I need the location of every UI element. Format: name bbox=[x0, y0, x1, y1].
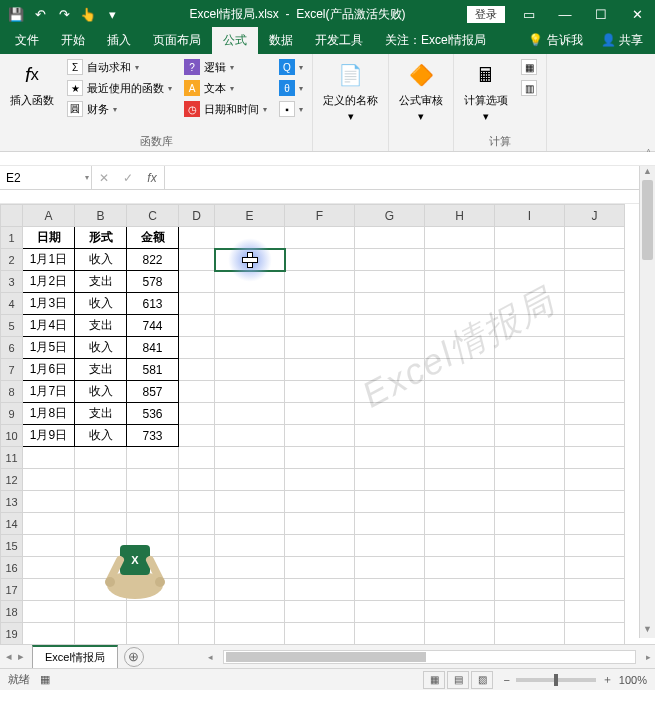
cell-D9[interactable] bbox=[179, 403, 215, 425]
cell-D6[interactable] bbox=[179, 337, 215, 359]
cell-F5[interactable] bbox=[285, 315, 355, 337]
cell-H6[interactable] bbox=[425, 337, 495, 359]
tab-follow[interactable]: 关注：Excel情报局 bbox=[374, 27, 497, 54]
cell-I6[interactable] bbox=[495, 337, 565, 359]
cell-G19[interactable] bbox=[355, 623, 425, 645]
cell-I7[interactable] bbox=[495, 359, 565, 381]
cell-D3[interactable] bbox=[179, 271, 215, 293]
col-header-J[interactable]: J bbox=[565, 205, 625, 227]
cell-F9[interactable] bbox=[285, 403, 355, 425]
cell-C18[interactable] bbox=[127, 601, 179, 623]
tab-insert[interactable]: 插入 bbox=[96, 27, 142, 54]
cell-C9[interactable]: 536 bbox=[127, 403, 179, 425]
col-header-A[interactable]: A bbox=[23, 205, 75, 227]
insert-function-button[interactable]: fx 插入函数 bbox=[6, 57, 58, 110]
col-header-I[interactable]: I bbox=[495, 205, 565, 227]
cell-J17[interactable] bbox=[565, 579, 625, 601]
cell-B16[interactable] bbox=[75, 557, 127, 579]
close-icon[interactable]: ✕ bbox=[619, 0, 655, 28]
cell-J11[interactable] bbox=[565, 447, 625, 469]
fx-button-icon[interactable]: fx bbox=[140, 171, 164, 185]
cell-A5[interactable]: 1月4日 bbox=[23, 315, 75, 337]
vertical-scrollbar[interactable]: ▲ ▼ bbox=[639, 166, 655, 638]
cell-H18[interactable] bbox=[425, 601, 495, 623]
cell-I13[interactable] bbox=[495, 491, 565, 513]
cell-A15[interactable] bbox=[23, 535, 75, 557]
cell-E14[interactable] bbox=[215, 513, 285, 535]
redo-icon[interactable]: ↷ bbox=[54, 4, 74, 24]
cell-I10[interactable] bbox=[495, 425, 565, 447]
cell-A4[interactable]: 1月3日 bbox=[23, 293, 75, 315]
zoom-in-icon[interactable]: ＋ bbox=[602, 672, 613, 687]
cell-B13[interactable] bbox=[75, 491, 127, 513]
row-header-10[interactable]: 10 bbox=[1, 425, 23, 447]
cell-B9[interactable]: 支出 bbox=[75, 403, 127, 425]
cell-G2[interactable] bbox=[355, 249, 425, 271]
cell-J9[interactable] bbox=[565, 403, 625, 425]
cell-H11[interactable] bbox=[425, 447, 495, 469]
cell-F18[interactable] bbox=[285, 601, 355, 623]
horizontal-scrollbar[interactable] bbox=[223, 650, 636, 664]
cell-E17[interactable] bbox=[215, 579, 285, 601]
cell-H19[interactable] bbox=[425, 623, 495, 645]
tab-home[interactable]: 开始 bbox=[50, 27, 96, 54]
cell-G17[interactable] bbox=[355, 579, 425, 601]
cell-H1[interactable] bbox=[425, 227, 495, 249]
cell-H2[interactable] bbox=[425, 249, 495, 271]
cell-D19[interactable] bbox=[179, 623, 215, 645]
cell-F7[interactable] bbox=[285, 359, 355, 381]
cell-H3[interactable] bbox=[425, 271, 495, 293]
cell-B10[interactable]: 收入 bbox=[75, 425, 127, 447]
col-header-G[interactable]: G bbox=[355, 205, 425, 227]
cell-H9[interactable] bbox=[425, 403, 495, 425]
col-header-F[interactable]: F bbox=[285, 205, 355, 227]
sheet-tab[interactable]: Excel情报局 bbox=[32, 645, 118, 668]
calc-now-button[interactable]: ▦ bbox=[518, 57, 540, 77]
cell-H5[interactable] bbox=[425, 315, 495, 337]
tab-file[interactable]: 文件 bbox=[4, 27, 50, 54]
scroll-down-icon[interactable]: ▼ bbox=[640, 624, 655, 638]
cell-C11[interactable] bbox=[127, 447, 179, 469]
cell-E15[interactable] bbox=[215, 535, 285, 557]
cell-F16[interactable] bbox=[285, 557, 355, 579]
cell-G18[interactable] bbox=[355, 601, 425, 623]
cell-H12[interactable] bbox=[425, 469, 495, 491]
cell-I15[interactable] bbox=[495, 535, 565, 557]
accept-formula-icon[interactable]: ✓ bbox=[116, 171, 140, 185]
cell-F3[interactable] bbox=[285, 271, 355, 293]
cell-B11[interactable] bbox=[75, 447, 127, 469]
defined-names-button[interactable]: 📄 定义的名称 ▾ bbox=[319, 57, 382, 125]
cell-E10[interactable] bbox=[215, 425, 285, 447]
worksheet-grid[interactable]: ABCDEFGHIJ1日期形式金额21月1日收入82231月2日支出57841月… bbox=[0, 204, 655, 644]
cell-B6[interactable]: 收入 bbox=[75, 337, 127, 359]
row-header-7[interactable]: 7 bbox=[1, 359, 23, 381]
cell-I19[interactable] bbox=[495, 623, 565, 645]
cell-D17[interactable] bbox=[179, 579, 215, 601]
hscroll-right-icon[interactable]: ▸ bbox=[642, 652, 655, 662]
cell-E9[interactable] bbox=[215, 403, 285, 425]
cell-G13[interactable] bbox=[355, 491, 425, 513]
more-fn-button[interactable]: ▪▾ bbox=[276, 99, 306, 119]
scroll-thumb[interactable] bbox=[226, 652, 426, 662]
share-button[interactable]: 👤 共享 bbox=[593, 27, 651, 54]
cell-H16[interactable] bbox=[425, 557, 495, 579]
logical-button[interactable]: ?逻辑▾ bbox=[181, 57, 270, 77]
tell-me[interactable]: 💡 告诉我 bbox=[520, 27, 590, 54]
cell-C2[interactable]: 822 bbox=[127, 249, 179, 271]
undo-icon[interactable]: ↶ bbox=[30, 4, 50, 24]
formula-audit-button[interactable]: 🔶 公式审核 ▾ bbox=[395, 57, 447, 125]
cell-H7[interactable] bbox=[425, 359, 495, 381]
cell-J16[interactable] bbox=[565, 557, 625, 579]
cell-A16[interactable] bbox=[23, 557, 75, 579]
cell-I4[interactable] bbox=[495, 293, 565, 315]
cell-C1[interactable]: 金额 bbox=[127, 227, 179, 249]
cell-J10[interactable] bbox=[565, 425, 625, 447]
col-header-B[interactable]: B bbox=[75, 205, 127, 227]
cell-A9[interactable]: 1月8日 bbox=[23, 403, 75, 425]
cell-B15[interactable] bbox=[75, 535, 127, 557]
row-header-12[interactable]: 12 bbox=[1, 469, 23, 491]
cell-B18[interactable] bbox=[75, 601, 127, 623]
cell-D16[interactable] bbox=[179, 557, 215, 579]
cell-H8[interactable] bbox=[425, 381, 495, 403]
cell-J13[interactable] bbox=[565, 491, 625, 513]
